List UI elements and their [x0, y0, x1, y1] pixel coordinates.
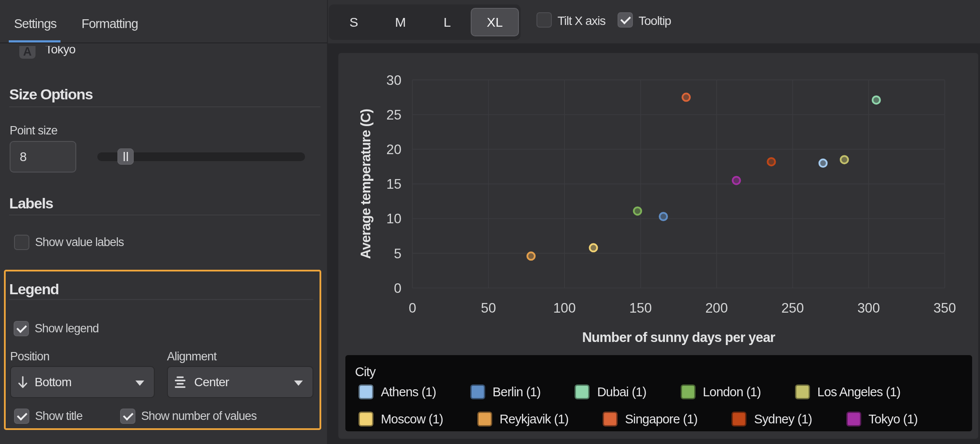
tabs-divider	[0, 42, 327, 43]
point-size-slider[interactable]	[97, 152, 305, 161]
legend-item-sydney[interactable]: Sydney (1)	[731, 412, 812, 426]
legend-item-label: Tokyo (1)	[869, 412, 918, 426]
point-london[interactable]	[634, 207, 641, 215]
legend-swatch	[681, 384, 696, 399]
y-tick-label: 5	[394, 246, 401, 261]
chart-legend: City Athens (1)Berlin (1)Dubai (1)London…	[345, 355, 972, 431]
legend-item-reykjavik[interactable]: Reykjavik (1)	[477, 412, 568, 426]
tooltip-control: Tooltip	[618, 12, 671, 28]
point-athens[interactable]	[819, 159, 827, 167]
legend-item-london[interactable]: London (1)	[681, 384, 761, 399]
point-tokyo[interactable]	[733, 177, 740, 184]
point-size-input[interactable]: 8	[10, 141, 76, 173]
point-singapore[interactable]	[682, 94, 690, 101]
point-reykjavik[interactable]	[527, 252, 535, 260]
slider-handle[interactable]	[117, 148, 134, 165]
tab-formatting[interactable]: Formatting	[82, 17, 138, 31]
size-button-l[interactable]: L	[424, 8, 471, 36]
y-tick-label: 15	[387, 176, 401, 192]
point-berlin[interactable]	[660, 213, 667, 220]
legend-item-label: Athens (1)	[381, 385, 436, 399]
x-tick-label: 150	[629, 300, 652, 316]
legend-swatch	[359, 412, 373, 426]
tilt-x-axis-label: Tilt X axis	[557, 14, 605, 28]
legend-item-label: Berlin (1)	[493, 385, 541, 399]
arrow-down-icon	[18, 375, 28, 389]
divider	[9, 106, 320, 107]
legend-swatch	[575, 384, 589, 399]
legend-item-label: London (1)	[703, 385, 761, 399]
divider	[9, 299, 313, 300]
legend-item-los-angeles[interactable]: Los Angeles (1)	[795, 384, 901, 399]
show-title-label: Show title	[35, 409, 82, 423]
settings-panel: Settings Formatting A Tokyo Size Options…	[0, 0, 327, 444]
legend-item-label: Dubai (1)	[597, 385, 646, 399]
x-tick-label: 250	[781, 300, 804, 316]
legend-swatch	[470, 384, 485, 399]
x-tick-label: 200	[705, 300, 728, 316]
legend-swatch	[359, 384, 373, 399]
legend-swatch	[731, 412, 746, 426]
legend-item-label: Reykjavik (1)	[500, 412, 568, 426]
show-number-of-values-label: Show number of values	[141, 409, 256, 423]
position-label: Position	[10, 350, 50, 363]
tooltip-checkbox[interactable]	[618, 12, 633, 28]
y-tick-label: 30	[387, 73, 401, 88]
point-dubai[interactable]	[873, 96, 880, 104]
position-dropdown[interactable]: Bottom	[10, 366, 155, 398]
x-tick-label: 300	[857, 300, 880, 316]
show-title-control: Show title	[14, 409, 82, 424]
legend-swatch	[603, 412, 618, 426]
show-legend-checkbox[interactable]	[14, 321, 29, 336]
x-tick-label: 100	[553, 300, 576, 316]
point-moscow[interactable]	[589, 244, 597, 251]
series-list-item[interactable]: A Tokyo	[0, 46, 327, 64]
legend-swatch	[477, 412, 492, 426]
x-tick-label: 0	[408, 300, 416, 316]
show-value-labels-checkbox[interactable]	[14, 235, 29, 250]
show-value-labels-control: Show value labels	[14, 235, 124, 250]
y-tick-label: 10	[387, 211, 401, 226]
section-title-labels: Labels	[9, 195, 53, 212]
size-button-xl[interactable]: XL	[471, 8, 519, 36]
show-legend-label: Show legend	[35, 322, 99, 335]
y-tick-label: 25	[387, 107, 401, 123]
size-button-s[interactable]: S	[330, 8, 377, 36]
x-axis-title: Number of sunny days per year	[582, 330, 775, 345]
legend-item-moscow[interactable]: Moscow (1)	[359, 412, 443, 426]
legend-item-tokyo[interactable]: Tokyo (1)	[846, 412, 918, 426]
legend-item-dubai[interactable]: Dubai (1)	[575, 384, 646, 399]
chevron-down-icon	[135, 381, 144, 386]
tilt-x-axis-control: Tilt X axis	[536, 12, 605, 28]
legend-item-athens[interactable]: Athens (1)	[359, 384, 436, 399]
show-title-checkbox[interactable]	[14, 409, 29, 424]
show-number-of-values-checkbox[interactable]	[120, 409, 135, 424]
point-los-angeles[interactable]	[841, 156, 848, 163]
series-label: Tokyo	[45, 46, 75, 56]
legend-item-label: Singapore (1)	[625, 412, 697, 426]
legend-item-singapore[interactable]: Singapore (1)	[603, 412, 697, 426]
legend-item-label: Moscow (1)	[381, 412, 443, 426]
y-tick-label: 20	[387, 142, 401, 157]
alignment-value: Center	[194, 375, 229, 389]
size-button-group: SMLXL	[329, 4, 521, 40]
legend-row: Athens (1)Berlin (1)Dubai (1)London (1)L…	[359, 384, 900, 399]
text-type-icon: A	[19, 46, 36, 59]
x-tick-label: 350	[934, 300, 956, 316]
legend-item-berlin[interactable]: Berlin (1)	[470, 384, 541, 399]
size-button-m[interactable]: M	[377, 8, 424, 36]
alignment-dropdown[interactable]: Center	[167, 366, 313, 398]
tab-settings[interactable]: Settings	[14, 17, 57, 31]
show-legend-control: Show legend	[14, 321, 99, 336]
section-title-size-options: Size Options	[9, 86, 92, 103]
legend-row: Moscow (1)Reykjavik (1)Singapore (1)Sydn…	[359, 412, 918, 426]
chevron-down-icon	[294, 381, 303, 386]
legend-title: City	[355, 365, 376, 379]
section-title-legend: Legend	[9, 281, 59, 298]
tilt-x-axis-checkbox[interactable]	[536, 12, 552, 28]
align-center-icon	[175, 376, 185, 388]
position-value: Bottom	[35, 375, 71, 389]
tooltip-label: Tooltip	[639, 14, 671, 28]
point-sydney[interactable]	[767, 158, 775, 166]
y-tick-label: 0	[394, 281, 401, 296]
